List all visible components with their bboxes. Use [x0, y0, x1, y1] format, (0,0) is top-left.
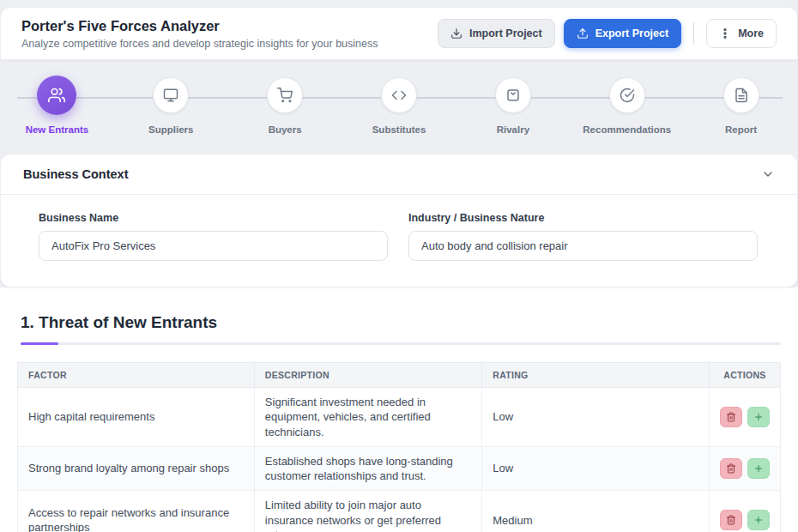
actions-cell	[709, 446, 780, 491]
business-context-body: Business Name Industry / Business Nature	[1, 195, 797, 287]
header-divider	[693, 22, 694, 45]
step-recommendations[interactable]: Recommendations	[570, 77, 684, 135]
users-icon	[48, 87, 65, 104]
business-name-input[interactable]	[39, 231, 388, 261]
more-button[interactable]: More	[706, 19, 777, 48]
description-cell: Limited ability to join major auto insur…	[254, 491, 481, 532]
step-circle[interactable]	[723, 77, 759, 113]
actions-cell	[709, 491, 780, 532]
steps-list: New EntrantsSuppliersBuyersSubstitutesRi…	[0, 77, 798, 135]
column-header-actions: ACTIONS	[709, 363, 780, 388]
table-row: High capital requirementsSignificant inv…	[18, 388, 781, 447]
delete-factor-button[interactable]	[720, 510, 742, 530]
step-buyers[interactable]: Buyers	[228, 77, 342, 135]
factors-table-body: High capital requirementsSignificant inv…	[18, 388, 781, 532]
rating-cell: Low	[482, 388, 710, 447]
business-context-header[interactable]: Business Context	[1, 154, 797, 195]
code-icon	[391, 88, 407, 103]
import-project-button[interactable]: Import Project	[438, 19, 555, 48]
step-label: Recommendations	[583, 124, 671, 135]
download-icon	[450, 27, 462, 39]
step-suppliers[interactable]: Suppliers	[114, 77, 228, 135]
package-icon	[505, 88, 521, 103]
step-circle[interactable]	[495, 77, 531, 113]
step-circle[interactable]	[267, 77, 303, 113]
file-text-icon	[734, 88, 749, 103]
trash-icon	[726, 412, 736, 422]
chevron-down-icon[interactable]	[761, 167, 775, 181]
plus-icon	[753, 515, 764, 525]
description-cell: Established shops have long-standing cus…	[254, 446, 481, 491]
table-header-row: FACTOR DESCRIPTION RATING ACTIONS	[18, 363, 781, 388]
force-section: 1. Threat of New Entrants FACTOR DESCRIP…	[0, 287, 798, 532]
shopping-cart-icon	[277, 88, 293, 103]
actions-cell	[709, 388, 780, 447]
rating-cell: Low	[482, 446, 710, 491]
industry-input[interactable]	[408, 231, 758, 261]
step-label: Rivalry	[497, 124, 529, 135]
export-project-label: Export Project	[595, 28, 668, 39]
force-section-title: 1. Threat of New Entrants	[21, 313, 781, 332]
factor-cell: Strong brand loyalty among repair shops	[18, 446, 255, 491]
plus-icon	[753, 412, 764, 422]
business-context-card: Business Context Business Name Industry …	[0, 154, 798, 287]
add-factor-button[interactable]	[747, 510, 770, 530]
delete-factor-button[interactable]	[720, 407, 742, 427]
check-circle-icon	[620, 88, 635, 103]
description-cell: Significant investment needed in equipme…	[254, 388, 481, 447]
factor-cell: Access to repair networks and insurance …	[18, 491, 255, 532]
app-header: Porter's Five Forces Analyzer Analyze co…	[0, 7, 798, 60]
step-label: New Entrants	[26, 124, 89, 135]
table-row: Strong brand loyalty among repair shopsE…	[18, 446, 781, 491]
header-actions: Import Project Export Project More	[438, 19, 777, 48]
factors-table: FACTOR DESCRIPTION RATING ACTIONS High c…	[17, 362, 781, 532]
delete-factor-button[interactable]	[720, 458, 742, 479]
step-label: Suppliers	[148, 124, 193, 135]
step-rivalry[interactable]: Rivalry	[456, 77, 570, 135]
section-underline	[21, 342, 781, 345]
monitor-icon	[163, 88, 178, 103]
step-label: Substitutes	[372, 124, 426, 135]
business-name-label: Business Name	[39, 212, 388, 224]
top-section: Porter's Five Forces Analyzer Analyze co…	[0, 0, 798, 287]
step-circle[interactable]	[381, 77, 417, 113]
table-row: Access to repair networks and insurance …	[18, 491, 781, 532]
industry-field-group: Industry / Business Nature	[408, 212, 758, 261]
factor-cell: High capital requirements	[18, 388, 255, 447]
industry-label: Industry / Business Nature	[408, 212, 758, 224]
business-name-field-group: Business Name	[39, 212, 388, 261]
add-factor-button[interactable]	[747, 458, 770, 479]
step-navigation: New EntrantsSuppliersBuyersSubstitutesRi…	[0, 60, 798, 154]
more-label: More	[738, 28, 764, 39]
step-circle[interactable]	[37, 76, 76, 115]
step-circle[interactable]	[609, 77, 645, 113]
step-report[interactable]: Report	[684, 77, 798, 135]
app-subtitle: Analyze competitive forces and develop s…	[21, 38, 378, 50]
more-icon	[719, 27, 731, 39]
export-project-button[interactable]: Export Project	[564, 19, 681, 48]
column-header-rating: RATING	[482, 363, 710, 388]
step-label: Buyers	[269, 124, 302, 135]
app-title: Porter's Five Forces Analyzer	[21, 18, 378, 34]
trash-icon	[726, 463, 736, 474]
column-header-factor: FACTOR	[18, 363, 255, 388]
rating-cell: Medium	[482, 491, 710, 532]
business-context-title: Business Context	[23, 167, 128, 181]
import-project-label: Import Project	[469, 28, 542, 39]
step-substitutes[interactable]: Substitutes	[342, 77, 456, 135]
upload-icon	[577, 27, 589, 39]
plus-icon	[753, 463, 764, 474]
column-header-description: DESCRIPTION	[254, 363, 481, 388]
step-new-entrants[interactable]: New Entrants	[0, 77, 114, 135]
trash-icon	[726, 515, 736, 525]
step-circle[interactable]	[153, 77, 189, 113]
add-factor-button[interactable]	[747, 407, 770, 427]
step-label: Report	[725, 124, 757, 135]
